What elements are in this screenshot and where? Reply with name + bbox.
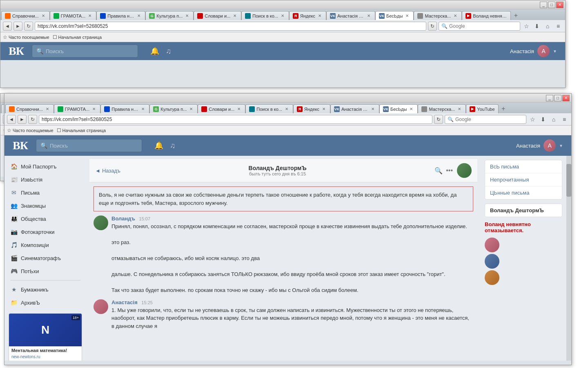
bell-icon[interactable]: 🔔 <box>150 47 159 56</box>
all-messages-link[interactable]: ВсЬ письма <box>485 160 562 173</box>
close-button-front[interactable]: ✕ <box>562 95 570 101</box>
refresh-button-front[interactable]: ↻ <box>434 115 443 124</box>
music-icon-front[interactable]: ♫ <box>170 141 176 150</box>
sidebar-item-messages[interactable]: ✉ Письма <box>4 186 86 199</box>
tab-close-icon[interactable]: ✕ <box>140 106 146 112</box>
tab-close-icon[interactable]: ✕ <box>232 13 238 19</box>
tab-close-icon[interactable]: ✕ <box>136 13 142 19</box>
vk-search-input-front[interactable] <box>50 143 138 149</box>
bookmark-chasto[interactable]: ☆ Часто посещаемые <box>3 34 49 40</box>
sidebar-item-groups[interactable]: 👨‍👩‍👧 Общества <box>4 212 86 225</box>
tab-youtube[interactable]: ▶ Воланд невнятно отмазывается. <box>462 11 511 20</box>
tab-gramota[interactable]: ГРАМОТА... ✕ <box>50 11 96 20</box>
tab-yandex[interactable]: Я Яндекс ✕ <box>289 11 326 20</box>
sidebar-item-wallet[interactable]: ★ Бумажникъ <box>4 283 86 296</box>
tab-besedy-front[interactable]: VK БесЬды ✕ <box>379 104 418 113</box>
sidebar-item-video[interactable]: 🎬 Синематографъ <box>4 251 86 265</box>
tab-close-icon[interactable]: ✕ <box>87 13 93 19</box>
vk-user-front[interactable]: Анастасiя A ▼ <box>516 139 563 152</box>
tab-slovari[interactable]: Словари и... ✕ <box>194 11 241 20</box>
vk-search-input[interactable] <box>46 48 134 54</box>
tab-close-icon[interactable]: ✕ <box>457 106 462 112</box>
sidebar-item-music[interactable]: 🎵 Композицiи <box>4 238 86 251</box>
tab-close-icon[interactable]: ✕ <box>188 106 194 112</box>
tab-close-icon[interactable]: ✕ <box>317 13 323 19</box>
download-icon-front[interactable]: ⬇ <box>539 115 548 124</box>
download-icon[interactable]: ⬇ <box>532 22 541 31</box>
bookmark-home[interactable]: ☐ Начальная страница <box>53 34 102 40</box>
star-icon[interactable]: ☆ <box>522 22 531 31</box>
tab-close-icon[interactable]: ✕ <box>184 13 190 19</box>
bell-icon-front[interactable]: 🔔 <box>154 141 163 150</box>
bookmark-chasto-front[interactable]: ☆ Часто посещаемые <box>7 128 53 133</box>
tab-kultura[interactable]: G Культура п... ✕ <box>145 11 194 20</box>
maximize-button-front[interactable]: □ <box>554 95 561 101</box>
tab-anastasia-front[interactable]: VK Анастасiя К... ✕ <box>330 104 379 113</box>
search-input[interactable] <box>449 23 517 29</box>
forward-button[interactable]: ► <box>13 22 22 31</box>
star-icon-front[interactable]: ☆ <box>528 115 537 124</box>
unread-link[interactable]: Непрочитанныя <box>485 173 562 186</box>
back-button[interactable]: ◄ Назадъ <box>95 168 120 174</box>
vk-user[interactable]: Анастасiя A ▼ <box>510 45 557 57</box>
tab-close-icon[interactable]: ✕ <box>284 106 290 112</box>
tab-close-icon[interactable]: ✕ <box>452 13 458 19</box>
tab-poisk-front[interactable]: Поиск в ко... ✕ <box>245 104 293 113</box>
reload-button-front[interactable]: ↻ <box>28 115 37 124</box>
sidebar-item-friends[interactable]: 👥 Знакомцы <box>4 199 86 212</box>
new-tab-button-front[interactable]: + <box>499 104 508 113</box>
sidebar-item-photos[interactable]: 📷 Фотокарточки <box>4 225 86 238</box>
new-tab-button[interactable]: + <box>511 11 521 20</box>
address-input[interactable] <box>35 22 426 31</box>
tab-slovari-front[interactable]: Словари и... ✕ <box>198 104 245 113</box>
tab-gramota-front[interactable]: ГРАМОТА... ✕ <box>54 104 100 113</box>
tab-pravila[interactable]: Правила напис... ✕ <box>96 11 145 20</box>
scrollbar[interactable] <box>566 156 571 361</box>
tab-masterskaya-front[interactable]: Мастерска... ✕ <box>418 104 466 113</box>
tab-close-icon[interactable]: ✕ <box>404 13 410 19</box>
sidebar-ad[interactable]: N 18+ Ментальная математика! new-newtons… <box>9 313 82 361</box>
minimize-button-front[interactable]: _ <box>546 95 553 101</box>
forward-button-front[interactable]: ► <box>18 115 27 124</box>
window-controls-front[interactable]: _ □ ✕ <box>546 95 570 101</box>
tab-anastasia[interactable]: VK Анастасiя К... ✕ <box>326 11 375 20</box>
tab-close-icon[interactable]: ✕ <box>91 106 97 112</box>
search-input-front[interactable] <box>455 117 523 122</box>
vk-search-back[interactable]: 🔍 <box>32 45 138 58</box>
sidebar-item-archive[interactable]: 📁 АрхивЪ <box>4 296 86 309</box>
tab-yandex-front[interactable]: Я Яндекс ✕ <box>293 104 330 113</box>
bookmark-home-front[interactable]: ☐ Начальная страница <box>57 128 106 133</box>
tab-close-icon[interactable]: ✕ <box>45 106 50 112</box>
tab-youtube-front[interactable]: ▶ YouTube <box>466 104 498 113</box>
tab-close-icon[interactable]: ✕ <box>408 106 414 112</box>
tab-close-icon[interactable]: ✕ <box>280 13 285 19</box>
back-button[interactable]: ◄ <box>3 22 12 31</box>
back-button-front[interactable]: ◄ <box>7 115 16 124</box>
search-conversation-icon[interactable]: 🔍 <box>434 167 443 175</box>
home-icon-front[interactable]: ⌂ <box>549 115 558 124</box>
tab-kultura-front[interactable]: G Культура п... ✕ <box>149 104 198 113</box>
sidebar-item-games[interactable]: 🎮 ПотЬхи <box>4 265 86 278</box>
tab-spravochnik-front[interactable]: Справочни... ✕ <box>5 104 54 113</box>
address-input-front[interactable] <box>39 115 432 124</box>
tab-close-icon[interactable]: ✕ <box>321 106 327 112</box>
window-controls[interactable]: _ □ ✕ <box>540 2 564 8</box>
tab-spravochnik[interactable]: Справочни... ✕ <box>1 11 50 20</box>
tab-close-icon[interactable]: ✕ <box>236 106 242 112</box>
sidebar-item-passport[interactable]: 🏠 Мой Паспортъ <box>4 160 86 173</box>
tab-close-icon[interactable]: ✕ <box>370 106 376 112</box>
ad-link[interactable]: new-newtons.ru <box>9 355 82 360</box>
music-icon[interactable]: ♫ <box>166 47 172 56</box>
reload-button[interactable]: ↻ <box>24 22 33 31</box>
tab-masterskaya[interactable]: Мастерска... ✕ <box>414 11 462 20</box>
home-icon[interactable]: ⌂ <box>543 22 552 31</box>
active-contact[interactable]: Воландъ ДештормЪ <box>485 204 562 217</box>
tab-close-icon[interactable]: ✕ <box>40 13 46 19</box>
minimize-button[interactable]: _ <box>540 2 547 8</box>
tab-besedy[interactable]: VK БесЬды ✕ <box>375 11 414 20</box>
sidebar-item-news[interactable]: 📰 ИзвЬстiя <box>4 173 86 186</box>
vk-search-front[interactable]: 🔍 <box>36 139 142 152</box>
menu-icon-front[interactable]: ≡ <box>560 115 569 124</box>
maximize-button[interactable]: □ <box>548 2 555 8</box>
tab-poisk[interactable]: Поиск в ко... ✕ <box>241 11 289 20</box>
